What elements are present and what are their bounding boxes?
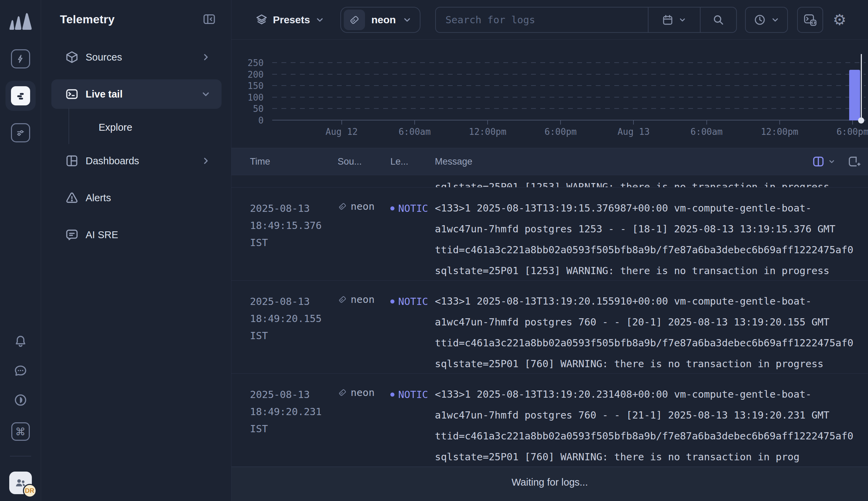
contrast-icon[interactable] — [13, 393, 28, 407]
log-message: sqlstate=25P01 [1253] WARNING: there is … — [435, 175, 868, 188]
level-dot — [390, 299, 394, 303]
columns-icon — [812, 155, 825, 168]
chart-x-axis: Aug 126:00am12:00pm6:00pmAug 136:00am12:… — [272, 127, 866, 138]
message-icon — [65, 228, 80, 242]
column-header-message[interactable]: Message — [435, 157, 812, 167]
calendar-icon — [661, 14, 674, 26]
app-root: ⌘ DR Telemetry — [0, 0, 868, 501]
log-time: 2025-08-13 18:49:20.155 IST — [250, 281, 338, 344]
sidebar-item-label: Live tail — [86, 89, 123, 100]
add-column-icon[interactable] — [847, 155, 860, 168]
level-dot — [390, 393, 394, 397]
log-row[interactable]: 2025-08-13 18:49:20.155 IST neon NOTIC <… — [232, 281, 868, 374]
terminal-icon — [65, 87, 80, 101]
chevron-down-icon — [200, 89, 211, 99]
chevron-right-icon — [200, 156, 211, 166]
log-message: <133>1 2025-08-13T13:19:20.155910+00:00 … — [435, 281, 868, 374]
table-footer: Waiting for logs... — [232, 467, 868, 501]
source-picker[interactable]: neon — [340, 7, 421, 33]
layers-icon — [255, 13, 268, 26]
export-terminal-button[interactable] — [797, 7, 823, 33]
log-level: NOTIC — [390, 281, 435, 307]
log-time: 2025-08-13 18:49:20.231 IST — [250, 374, 338, 437]
sidebar: Telemetry Sources — [41, 0, 232, 501]
level-text: NOTIC — [398, 389, 428, 401]
gear-icon[interactable]: ⚙ — [831, 11, 848, 29]
log-row[interactable]: 2025-08-13 18:49:20.231 IST neon NOTIC <… — [232, 374, 868, 467]
main-content: Presets neon — [232, 0, 868, 501]
sidebar-item-label: Alerts — [86, 192, 111, 204]
log-time: 2025-08-13 18:49:15.376 IST — [250, 188, 338, 251]
avatar[interactable]: DR — [9, 471, 32, 494]
search-group — [435, 7, 737, 33]
log-tag-icon — [338, 388, 347, 397]
table-header: Time Sou... Le... Message — [232, 148, 868, 175]
presets-button[interactable]: Presets — [255, 13, 325, 26]
source-name: neon — [371, 14, 396, 26]
sidebar-item-dashboards[interactable]: Dashboards — [51, 146, 222, 175]
sidebar-title: Telemetry — [60, 13, 115, 26]
search-submit-button[interactable] — [700, 8, 736, 32]
log-tag-icon — [338, 295, 347, 304]
search-icon — [712, 13, 725, 26]
chevron-down-icon — [770, 15, 780, 25]
rail-item-livetail-active[interactable] — [6, 81, 35, 111]
chevron-right-icon — [200, 52, 211, 63]
chevron-down-icon — [402, 15, 412, 25]
column-header-time[interactable]: Time — [250, 157, 338, 167]
log-row[interactable]: 2025-08-13 18:49:15.376 IST neon NOTIC <… — [232, 188, 868, 281]
sidebar-item-explore[interactable]: Explore — [51, 113, 222, 142]
log-source: neon — [338, 281, 390, 305]
cube-icon — [65, 50, 80, 64]
chevron-down-icon — [315, 15, 325, 25]
rail-divider — [10, 456, 31, 457]
sidebar-item-label: AI SRE — [86, 229, 118, 241]
time-range-button[interactable] — [745, 7, 788, 33]
log-table: Time Sou... Le... Message — [232, 148, 868, 501]
presets-label: Presets — [273, 14, 310, 26]
level-text: NOTIC — [398, 203, 428, 214]
rail-bottom: ⌘ DR — [9, 334, 32, 501]
terminal-code-icon — [803, 13, 817, 27]
sidebar-item-label: Explore — [51, 122, 132, 133]
command-icon[interactable]: ⌘ — [11, 422, 30, 441]
log-tag-icon — [344, 10, 365, 30]
app-logo-icon[interactable] — [7, 9, 34, 34]
date-range-button[interactable] — [648, 8, 700, 32]
level-dot — [390, 206, 394, 211]
log-source-name: neon — [351, 201, 374, 212]
flash-icon[interactable] — [11, 49, 30, 68]
log-level: NOTIC — [390, 188, 435, 214]
chart-y-axis: 050100150200250 — [232, 63, 264, 120]
logs-icon — [11, 86, 30, 105]
sidebar-item-alerts[interactable]: Alerts — [51, 183, 222, 213]
chevron-down-icon — [678, 15, 687, 24]
table-body: sqlstate=25P01 [1253] WARNING: there is … — [232, 175, 868, 467]
alert-triangle-icon — [65, 191, 80, 205]
log-row-partial[interactable]: sqlstate=25P01 [1253] WARNING: there is … — [232, 175, 868, 188]
sidebar-item-ai-sre[interactable]: AI SRE — [51, 220, 222, 249]
sidebar-nav: Sources Live tail — [41, 26, 231, 249]
sliders-icon[interactable] — [11, 123, 30, 142]
log-message: <133>1 2025-08-13T13:19:15.376987+00:00 … — [435, 188, 868, 281]
log-source: neon — [338, 188, 390, 212]
log-volume-chart[interactable]: 050100150200250 Aug 126:00am12:00pm6:00p… — [232, 40, 868, 148]
sidebar-item-sources[interactable]: Sources — [51, 42, 222, 72]
search-input[interactable] — [436, 8, 648, 32]
bell-icon[interactable] — [13, 334, 28, 348]
panel-collapse-icon[interactable] — [202, 12, 216, 26]
log-source: neon — [338, 374, 390, 398]
chevron-down-icon — [828, 157, 836, 166]
sidebar-item-label: Dashboards — [86, 156, 139, 167]
columns-layout-button[interactable] — [812, 155, 836, 168]
sidebar-item-live-tail[interactable]: Live tail — [51, 79, 222, 109]
column-header-level[interactable]: Le... — [390, 157, 435, 167]
sidebar-item-label: Sources — [86, 52, 122, 63]
icon-rail: ⌘ DR — [0, 0, 41, 501]
chat-bubble-icon[interactable] — [13, 363, 28, 378]
column-header-source[interactable]: Sou... — [338, 157, 390, 167]
log-source-name: neon — [351, 387, 374, 398]
rail-nav — [6, 49, 35, 142]
avatar-badge: DR — [23, 484, 36, 498]
log-tag-icon — [338, 202, 347, 211]
